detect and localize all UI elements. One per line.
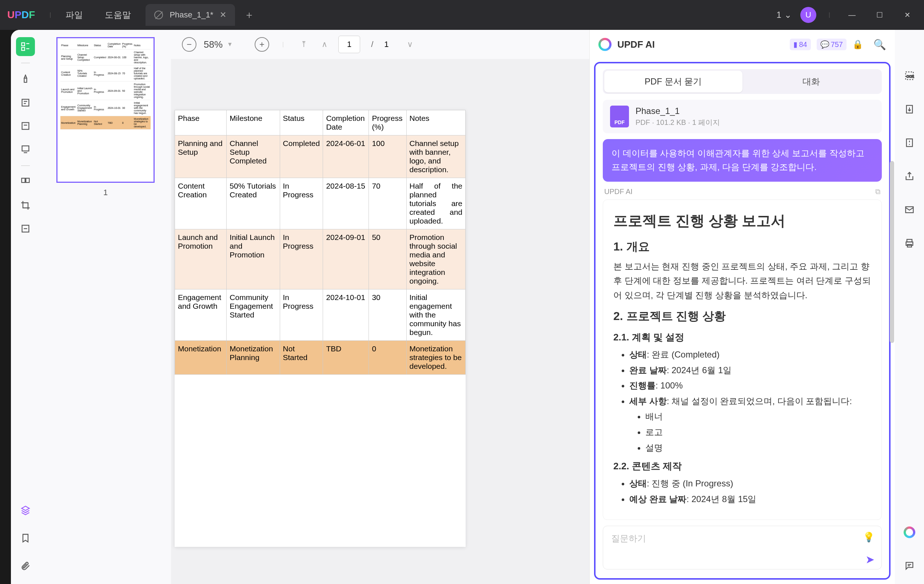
table-row: Launch and PromotionInitial Launch and P…	[175, 229, 465, 290]
col-date: Completion Date	[323, 110, 369, 136]
col-milestone: Milestone	[227, 110, 280, 136]
form-tool[interactable]	[16, 140, 35, 159]
tab-close-icon[interactable]: ✕	[220, 10, 226, 20]
print-button[interactable]	[900, 234, 919, 253]
svg-rect-1	[22, 47, 25, 50]
chevron-down-icon: ▼	[227, 41, 233, 48]
comment-button[interactable]	[900, 556, 919, 575]
ai-input-box: 💡 ➤	[603, 526, 882, 571]
new-tab-button[interactable]: ＋	[241, 7, 257, 23]
list-item: 진행률: 100%	[629, 378, 871, 393]
menu-help[interactable]: 도움말	[94, 9, 142, 21]
menu-file[interactable]: 파일	[54, 9, 94, 21]
email-button[interactable]	[900, 200, 919, 219]
document-tab[interactable]: Phase_1_1* ✕	[145, 4, 235, 26]
stat-messages: 💬757	[817, 39, 846, 50]
list-item: 세부 사항: 채널 설정이 완료되었으며, 다음이 포함됩니다: 배너 로고 설…	[629, 394, 871, 455]
maximize-button[interactable]: ☐	[870, 8, 889, 22]
search-icon[interactable]: 🔍	[873, 39, 886, 51]
svg-rect-11	[22, 179, 25, 183]
subsection-content: 2.2. 콘텐츠 제작	[613, 458, 871, 474]
tab-chat[interactable]: 대화	[742, 71, 881, 93]
page-number-input[interactable]	[338, 36, 360, 53]
document-toolbar: − 58%▼ + | ⤒ ∧ / 1 ∨	[171, 30, 589, 59]
list-item: 로고	[645, 425, 871, 440]
chevron-down-icon: ⌄	[784, 10, 792, 20]
layers-button[interactable]	[16, 501, 35, 520]
tab-doc-icon	[154, 10, 163, 19]
tab-title: Phase_1_1*	[170, 10, 213, 20]
ai-assistant-button[interactable]	[900, 523, 919, 542]
page-thumbnail[interactable]: PhaseMilestoneStatusCompletion DateProgr…	[56, 37, 155, 183]
pdf-page: Phase Milestone Status Completion Date P…	[175, 110, 465, 547]
col-progress: Progress (%)	[369, 110, 406, 136]
highlight-tool[interactable]	[16, 70, 35, 89]
section-progress: 2. 프로젝트 진행 상황	[613, 306, 871, 326]
copy-icon[interactable]: ⧉	[875, 187, 880, 196]
svg-rect-12	[26, 179, 29, 183]
first-page-button[interactable]: ⤒	[297, 40, 311, 49]
annotate-tool[interactable]	[16, 93, 35, 112]
organize-tool[interactable]	[16, 172, 35, 192]
share-button[interactable]	[900, 167, 919, 186]
svg-rect-7	[22, 123, 29, 130]
app-logo: UPDF	[7, 9, 35, 21]
edit-tool[interactable]	[16, 116, 35, 136]
table-row: Content Creation50% Tutorials CreatedIn …	[175, 178, 465, 229]
send-button[interactable]: ➤	[865, 553, 874, 566]
stat-pages: ▮84	[790, 39, 810, 50]
zoom-dropdown[interactable]: 58%▼	[204, 39, 248, 50]
bookmark-button[interactable]	[16, 529, 35, 548]
attachment-button[interactable]	[16, 556, 35, 575]
hint-icon[interactable]: 💡	[863, 531, 874, 543]
user-avatar[interactable]: U	[800, 7, 816, 23]
minimize-button[interactable]: —	[843, 8, 861, 22]
ai-header: UPDF AI ▮84 💬757 🔒 🔍	[590, 30, 895, 59]
ai-title: UPDF AI	[617, 39, 655, 50]
window-count-dropdown[interactable]: 1⌄	[776, 10, 791, 20]
list-item: 완료 날짜: 2024년 6월 1일	[629, 363, 871, 377]
question-input[interactable]	[603, 526, 882, 569]
compress-button[interactable]	[900, 133, 919, 152]
user-message: 이 데이터를 사용하여 이해관계자를 위한 상세 보고서를 작성하고 프로젝트의…	[603, 139, 882, 182]
zoom-in-button[interactable]: +	[255, 37, 269, 52]
list-item: 설명	[645, 440, 871, 455]
redact-tool[interactable]	[16, 219, 35, 238]
svg-rect-0	[22, 43, 25, 46]
pdf-table: Phase Milestone Status Completion Date P…	[175, 110, 465, 375]
col-phase: Phase	[175, 110, 227, 136]
list-item: 배너	[645, 409, 871, 424]
table-row: Engagement and GrowthCommunity Engagemen…	[175, 290, 465, 341]
zoom-out-button[interactable]: −	[182, 37, 196, 52]
file-card[interactable]: PDF Phase_1_1 PDF · 101.2 KB · 1 페이지	[603, 100, 882, 133]
thumbnails-button[interactable]	[16, 37, 35, 56]
svg-rect-17	[906, 139, 912, 147]
convert-button[interactable]	[900, 100, 919, 119]
report-title: 프로젝트 진행 상황 보고서	[613, 208, 871, 233]
right-sidebar: OCR	[895, 30, 924, 584]
section-overview: 1. 개요	[613, 237, 871, 256]
crop-tool[interactable]	[16, 196, 35, 215]
file-meta: PDF · 101.2 KB · 1 페이지	[635, 117, 720, 127]
col-notes: Notes	[406, 110, 465, 136]
ai-response-label: UPDF AI ⧉	[604, 187, 880, 196]
ocr-button[interactable]: OCR	[900, 66, 919, 85]
next-page-button[interactable]: ∨	[403, 40, 416, 49]
page-total: 1	[384, 40, 388, 49]
list-item: 예상 완료 날짜: 2024년 8월 15일	[629, 492, 871, 506]
lock-icon[interactable]: 🔒	[852, 39, 863, 50]
thumbnail-page-number: 1	[47, 188, 164, 197]
ai-tabs: PDF 문서 묻기 대화	[603, 69, 882, 94]
document-viewport[interactable]: Phase Milestone Status Completion Date P…	[171, 59, 589, 584]
prev-page-button[interactable]: ∧	[318, 40, 331, 49]
document-area: − 58%▼ + | ⤒ ∧ / 1 ∨ Phase Milestone Sta…	[171, 30, 589, 584]
tab-ask-pdf[interactable]: PDF 문서 묻기	[604, 71, 742, 93]
list-item: 상태: 완료 (Completed)	[629, 347, 871, 362]
pdf-file-icon: PDF	[610, 106, 629, 127]
table-row: MonetizationMonetization PlanningNot Sta…	[175, 341, 465, 375]
close-button[interactable]: ✕	[898, 8, 917, 22]
thumbnail-panel: PhaseMilestoneStatusCompletion DateProgr…	[40, 30, 171, 584]
table-row: Planning and SetupChannel Setup Complete…	[175, 136, 465, 178]
col-status: Status	[280, 110, 323, 136]
svg-text:OCR: OCR	[906, 74, 914, 78]
